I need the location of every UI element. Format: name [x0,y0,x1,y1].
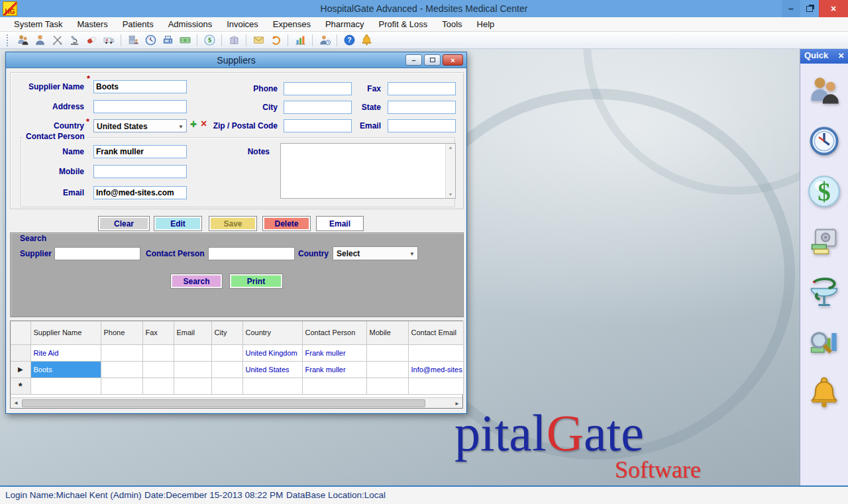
inventory-box-icon[interactable] [227,33,241,48]
grid-column-header[interactable]: Contact Email [408,321,463,344]
email-input[interactable] [388,119,456,132]
grid-cell[interactable]: Info@med-sites.com [408,361,463,378]
grid-column-header[interactable]: Supplier Name [30,321,101,344]
grid-cell[interactable] [101,361,142,378]
fax-input[interactable] [388,82,456,95]
search-supplier-input[interactable] [54,247,140,260]
grid-cell[interactable] [174,344,211,361]
delete-button[interactable]: Delete [263,217,310,230]
edit-button[interactable]: Edit [154,217,201,230]
grid-cell[interactable] [142,344,174,361]
payments-dollar-icon[interactable] [202,33,217,48]
toolbar-grip[interactable] [7,34,9,46]
quick-reports-search-icon[interactable] [806,325,842,360]
grid-cell[interactable] [302,378,366,394]
grid-cell[interactable] [142,361,174,378]
grid-column-header[interactable]: City [211,321,242,344]
suppliers-titlebar[interactable]: Suppliers – × [6,52,466,68]
close-button[interactable]: × [819,0,848,17]
quick-reminder-bell-icon[interactable] [806,375,842,411]
state-input[interactable] [388,101,456,114]
lab-microscope-icon[interactable] [67,33,81,48]
grid-row-selector[interactable]: * [11,378,30,394]
country-dropdown[interactable]: United States ▼ [93,119,187,132]
grid-cell[interactable] [101,378,142,394]
grid-horizontal-scrollbar[interactable]: ◄ ► [11,397,462,408]
grid-column-header[interactable]: Email [174,321,211,344]
menu-system-task[interactable]: System Task [7,17,70,32]
zip-input[interactable] [284,119,352,132]
search-country-dropdown[interactable]: Select ▼ [333,246,418,260]
grid-row-selector[interactable] [11,344,30,361]
invoice-icon[interactable] [178,33,192,48]
grid-cell[interactable] [101,344,142,361]
menu-expenses[interactable]: Expenses [266,17,318,32]
appointments-clock-icon[interactable] [143,33,158,48]
quick-panel-header[interactable]: Quick × [800,49,848,64]
quick-cashbox-icon[interactable] [806,224,842,260]
grid-column-header[interactable]: Fax [142,321,174,344]
ambulance-icon[interactable] [101,33,116,48]
grid-cell[interactable]: Frank muller [302,344,366,361]
grid-row[interactable]: Rite AidUnited KingdomFrank muller [11,344,463,361]
scrollbar-thumb[interactable] [22,399,425,407]
phone-input[interactable] [284,82,352,95]
grid-cell[interactable] [211,361,242,378]
reports-chart-icon[interactable] [293,33,307,48]
scroll-left-icon[interactable]: ◄ [11,398,21,409]
notes-scrollbar[interactable]: ▲ ▼ [445,144,455,198]
reminder-bell-icon[interactable] [359,33,374,48]
supplier-name-input[interactable] [93,80,187,93]
clear-button[interactable]: Clear [99,217,149,230]
attendance-icon[interactable] [317,33,332,48]
quick-pharmacy-icon[interactable] [806,274,842,310]
grid-cell[interactable]: United Kingdom [242,344,302,361]
grid-cell[interactable] [174,378,211,394]
menu-help[interactable]: Help [470,17,502,32]
scroll-right-icon[interactable]: ► [452,398,462,409]
contact-name-input[interactable] [93,145,187,158]
menu-patients[interactable]: Patients [115,17,161,32]
grid-row[interactable]: ▶BootsUnited StatesFrank mullerInfo@med-… [11,361,463,378]
scroll-down-icon[interactable]: ▼ [449,192,453,197]
quick-patients-icon[interactable] [806,73,842,109]
contact-email-input[interactable] [93,186,187,199]
help-icon[interactable] [342,33,356,48]
quick-finance-dollar-icon[interactable] [806,174,842,209]
save-button[interactable]: Save [209,217,256,230]
grid-cell[interactable] [408,344,463,361]
refresh-icon[interactable] [268,33,283,48]
menu-invoices[interactable]: Invoices [219,17,266,32]
menu-pharmacy[interactable]: Pharmacy [318,17,372,32]
grid-column-header[interactable]: Contact Person [302,321,366,344]
contact-mobile-input[interactable] [93,165,187,178]
main-titlebar[interactable]: HG HospitalGate Advanced - Medsites Medi… [0,0,848,17]
grid-cell[interactable] [211,378,242,394]
search-contact-person-input[interactable] [208,247,295,260]
menu-profit-loss[interactable]: Profit & Loss [371,17,435,32]
grid-cell[interactable] [174,361,211,378]
search-button[interactable]: Search [171,274,222,288]
patients-group-icon[interactable] [15,33,30,48]
grid-cell[interactable] [211,344,242,361]
city-input[interactable] [284,101,352,114]
address-input[interactable] [93,100,187,113]
grid-row[interactable]: * [11,378,463,394]
restore-button[interactable] [800,0,819,17]
grid-column-header[interactable]: Phone [101,321,142,344]
minimize-button[interactable]: – [782,0,800,17]
grid-cell[interactable] [30,378,101,394]
quick-close-icon[interactable]: × [838,50,844,61]
surgical-tools-icon[interactable] [50,33,64,48]
admissions-icon[interactable] [126,33,140,48]
email-button[interactable]: Email [317,217,363,230]
grid-row-selector[interactable]: ▶ [11,361,30,378]
grid-cell[interactable] [408,378,463,394]
grid-cell[interactable] [142,378,174,394]
mail-icon[interactable] [251,33,266,48]
menu-admissions[interactable]: Admissions [161,17,219,32]
notes-textarea[interactable]: ▲ ▼ [280,143,456,199]
suppliers-close-button[interactable]: × [443,54,463,66]
pharmacy-pill-icon[interactable] [84,33,99,48]
grid-cell[interactable] [366,344,408,361]
